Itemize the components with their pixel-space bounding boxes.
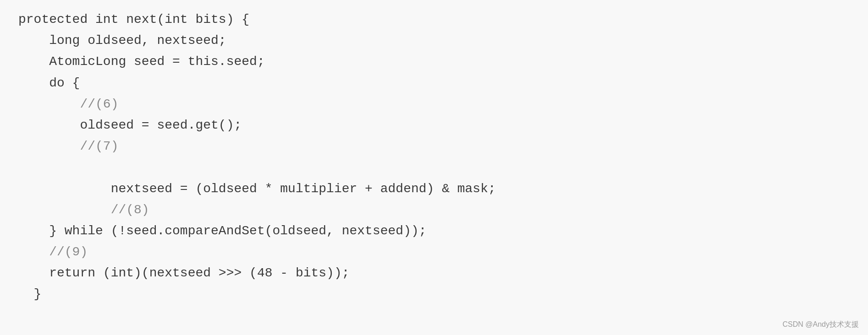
code-line-3: AtomicLong seed = this.seed;	[18, 54, 265, 69]
code-line-5: //(6)	[18, 97, 118, 111]
code-line-9: nextseed = (oldseed * multiplier + adden…	[18, 182, 496, 196]
code-line-12: //(9)	[18, 245, 88, 259]
code-line-11: } while (!seed.compareAndSet(oldseed, ne…	[18, 224, 427, 238]
watermark: CSDN @Andy技术支援	[783, 320, 859, 330]
code-line-14: }	[18, 287, 41, 301]
code-line-2: long oldseed, nextseed;	[18, 33, 226, 48]
code-line-6: oldseed = seed.get();	[18, 118, 242, 132]
code-line-1: protected int next(int bits) {	[18, 12, 249, 27]
code-line-10: //(8)	[18, 203, 149, 217]
code-line-13: return (int)(nextseed >>> (48 - bits));	[18, 266, 350, 280]
code-block: protected int next(int bits) { long olds…	[18, 9, 850, 305]
code-container: protected int next(int bits) { long olds…	[0, 0, 868, 335]
code-line-7: //(7)	[18, 139, 118, 153]
code-line-4: do {	[18, 76, 80, 90]
